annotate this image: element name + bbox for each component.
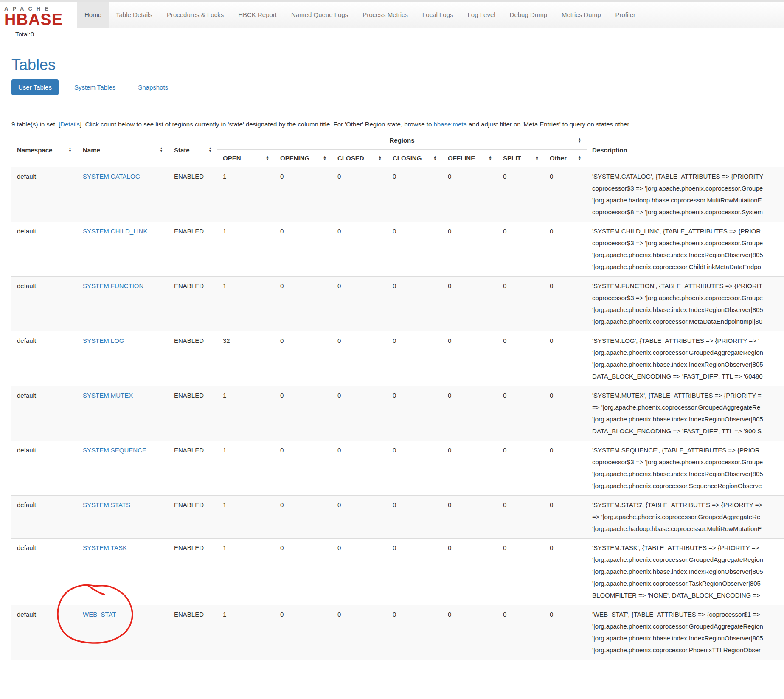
region-count-opening[interactable]: 0 bbox=[275, 539, 332, 605]
region-count-opening[interactable]: 0 bbox=[275, 605, 332, 660]
tab-user-tables[interactable]: User Tables bbox=[11, 79, 59, 95]
region-count-other[interactable]: 0 bbox=[544, 441, 587, 496]
region-count-opening[interactable]: 0 bbox=[275, 277, 332, 331]
nav-item-metrics-dump[interactable]: Metrics Dump bbox=[554, 2, 608, 28]
region-count-opening[interactable]: 0 bbox=[275, 386, 332, 441]
region-count-other[interactable]: 0 bbox=[544, 539, 587, 605]
region-count-closing[interactable]: 0 bbox=[387, 386, 442, 441]
region-count-split[interactable]: 0 bbox=[497, 277, 544, 331]
table-link-system-sequence[interactable]: SYSTEM.SEQUENCE bbox=[83, 446, 146, 454]
nav-link-table-details[interactable]: Table Details bbox=[109, 2, 160, 28]
region-count-closed[interactable]: 0 bbox=[332, 222, 387, 277]
region-count-other[interactable]: 0 bbox=[544, 496, 587, 539]
region-count-offline[interactable]: 0 bbox=[442, 222, 497, 277]
region-count-split[interactable]: 0 bbox=[497, 441, 544, 496]
region-count-open[interactable]: 1 bbox=[217, 277, 275, 331]
tab-system-tables[interactable]: System Tables bbox=[67, 79, 122, 95]
region-count-split[interactable]: 0 bbox=[497, 167, 544, 222]
region-count-open[interactable]: 1 bbox=[217, 167, 275, 222]
region-count-offline[interactable]: 0 bbox=[442, 167, 497, 222]
sort-icon[interactable]: ▲▼ bbox=[535, 156, 539, 161]
sort-icon[interactable]: ▲▼ bbox=[578, 138, 581, 143]
region-count-offline[interactable]: 0 bbox=[442, 496, 497, 539]
region-count-closing[interactable]: 0 bbox=[387, 605, 442, 660]
nav-item-table-details[interactable]: Table Details bbox=[109, 2, 160, 28]
region-count-open[interactable]: 1 bbox=[217, 386, 275, 441]
hbase-meta-link[interactable]: hbase:meta bbox=[433, 121, 466, 128]
region-count-split[interactable]: 0 bbox=[497, 222, 544, 277]
hbase-logo[interactable]: APACHE HBASE bbox=[0, 2, 77, 28]
region-count-closed[interactable]: 0 bbox=[332, 277, 387, 331]
region-count-other[interactable]: 0 bbox=[544, 605, 587, 660]
region-count-split[interactable]: 0 bbox=[497, 386, 544, 441]
col-header-offline[interactable]: OFFLINE▲▼ bbox=[442, 150, 497, 167]
region-count-closing[interactable]: 0 bbox=[387, 277, 442, 331]
nav-item-local-logs[interactable]: Local Logs bbox=[415, 2, 461, 28]
region-count-closing[interactable]: 0 bbox=[387, 496, 442, 539]
col-header-name[interactable]: Name▲▼ bbox=[77, 133, 169, 167]
nav-link-profiler[interactable]: Profiler bbox=[608, 2, 643, 28]
region-count-closing[interactable]: 0 bbox=[387, 222, 442, 277]
table-link-system-stats[interactable]: SYSTEM.STATS bbox=[83, 501, 130, 508]
region-count-open[interactable]: 1 bbox=[217, 441, 275, 496]
region-count-closing[interactable]: 0 bbox=[387, 441, 442, 496]
sort-icon[interactable]: ▲▼ bbox=[266, 156, 269, 161]
region-count-closing[interactable]: 0 bbox=[387, 331, 442, 386]
nav-item-log-level[interactable]: Log Level bbox=[461, 2, 503, 28]
region-count-closing[interactable]: 0 bbox=[387, 539, 442, 605]
sort-icon[interactable]: ▲▼ bbox=[68, 147, 72, 152]
col-header-closed[interactable]: CLOSED▲▼ bbox=[332, 150, 387, 167]
region-count-offline[interactable]: 0 bbox=[442, 605, 497, 660]
region-count-closed[interactable]: 0 bbox=[332, 605, 387, 660]
nav-item-debug-dump[interactable]: Debug Dump bbox=[503, 2, 554, 28]
sort-icon[interactable]: ▲▼ bbox=[323, 156, 326, 161]
region-count-closed[interactable]: 0 bbox=[332, 441, 387, 496]
nav-item-procedures-locks[interactable]: Procedures & Locks bbox=[160, 2, 231, 28]
region-count-offline[interactable]: 0 bbox=[442, 386, 497, 441]
tab-snapshots[interactable]: Snapshots bbox=[131, 79, 175, 95]
nav-item-profiler[interactable]: Profiler bbox=[608, 2, 643, 28]
region-count-offline[interactable]: 0 bbox=[442, 441, 497, 496]
region-count-open[interactable]: 1 bbox=[217, 496, 275, 539]
table-link-system-task[interactable]: SYSTEM.TASK bbox=[83, 544, 127, 551]
region-count-closed[interactable]: 0 bbox=[332, 386, 387, 441]
region-count-closed[interactable]: 0 bbox=[332, 539, 387, 605]
region-count-opening[interactable]: 0 bbox=[275, 496, 332, 539]
sort-icon[interactable]: ▲▼ bbox=[378, 156, 382, 161]
col-header-other[interactable]: Other▲▼ bbox=[544, 150, 587, 167]
col-header-open[interactable]: OPEN▲▼ bbox=[217, 150, 275, 167]
nav-link-metrics-dump[interactable]: Metrics Dump bbox=[554, 2, 608, 28]
region-count-closed[interactable]: 0 bbox=[332, 331, 387, 386]
col-group-regions[interactable]: Regions▲▼ bbox=[217, 133, 587, 150]
nav-item-named-queue-logs[interactable]: Named Queue Logs bbox=[284, 2, 355, 28]
region-count-other[interactable]: 0 bbox=[544, 277, 587, 331]
sort-icon[interactable]: ▲▼ bbox=[578, 156, 581, 161]
table-link-system-mutex[interactable]: SYSTEM.MUTEX bbox=[83, 392, 133, 399]
nav-link-debug-dump[interactable]: Debug Dump bbox=[503, 2, 554, 28]
col-header-closing[interactable]: CLOSING▲▼ bbox=[387, 150, 442, 167]
col-header-namespace[interactable]: Namespace▲▼ bbox=[11, 133, 77, 167]
region-count-split[interactable]: 0 bbox=[497, 605, 544, 660]
table-link-system-catalog[interactable]: SYSTEM.CATALOG bbox=[83, 173, 140, 180]
table-link-system-child-link[interactable]: SYSTEM.CHILD_LINK bbox=[83, 227, 148, 235]
region-count-opening[interactable]: 0 bbox=[275, 441, 332, 496]
sort-icon[interactable]: ▲▼ bbox=[160, 147, 163, 152]
table-link-system-log[interactable]: SYSTEM.LOG bbox=[83, 337, 124, 344]
region-count-closed[interactable]: 0 bbox=[332, 496, 387, 539]
region-count-open[interactable]: 1 bbox=[217, 539, 275, 605]
nav-item-process-metrics[interactable]: Process Metrics bbox=[355, 2, 415, 28]
nav-link-named-queue-logs[interactable]: Named Queue Logs bbox=[284, 2, 355, 28]
region-count-split[interactable]: 0 bbox=[497, 496, 544, 539]
nav-link-hbck-report[interactable]: HBCK Report bbox=[231, 2, 284, 28]
col-header-state[interactable]: State▲▼ bbox=[169, 133, 217, 167]
region-count-closed[interactable]: 0 bbox=[332, 167, 387, 222]
region-count-split[interactable]: 0 bbox=[497, 331, 544, 386]
table-link-system-function[interactable]: SYSTEM.FUNCTION bbox=[83, 282, 143, 289]
nav-item-home[interactable]: Home bbox=[77, 2, 109, 28]
nav-link-local-logs[interactable]: Local Logs bbox=[415, 2, 461, 28]
table-link-web-stat[interactable]: WEB_STAT bbox=[83, 611, 116, 618]
region-count-opening[interactable]: 0 bbox=[275, 331, 332, 386]
region-count-open[interactable]: 32 bbox=[217, 331, 275, 386]
details-link[interactable]: Details bbox=[60, 121, 80, 128]
region-count-other[interactable]: 0 bbox=[544, 331, 587, 386]
